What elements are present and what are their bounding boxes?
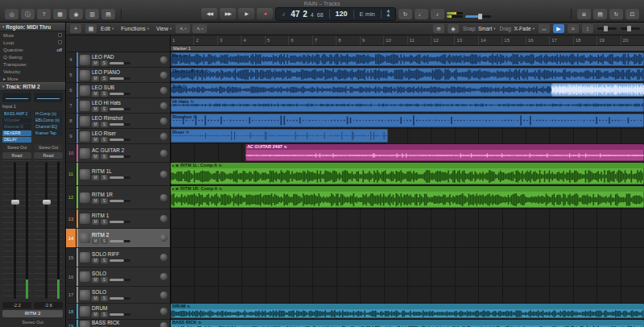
arrange-row[interactable]: ▸≣RITM 1L: Comp A↻	[171, 163, 644, 186]
mute-button[interactable]: M	[92, 60, 99, 66]
position-division[interactable]: 4	[311, 12, 314, 18]
fader-knob[interactable]	[43, 200, 51, 205]
region-param[interactable]: Quantize:off	[0, 46, 65, 53]
metronome-icon[interactable]: ♩	[415, 9, 428, 19]
vertical-zoom-icon[interactable]: ↕	[582, 24, 593, 33]
plugin-slot[interactable]: Channel EQ	[34, 124, 63, 130]
track-panel-icon[interactable]: ▦	[85, 24, 97, 33]
channel-name[interactable]: RITM 2	[2, 310, 63, 317]
solo-button[interactable]: S	[101, 198, 108, 204]
pan-knob[interactable]	[160, 234, 167, 242]
volume-slider[interactable]	[109, 77, 130, 80]
solo-button[interactable]: S	[101, 296, 108, 301]
mute-button[interactable]: M	[92, 296, 99, 301]
track-row[interactable]: 15SOLO RIFFMS	[66, 248, 170, 267]
command-click-tool[interactable]: ↖▾	[192, 24, 207, 33]
solo-button[interactable]: S	[101, 312, 108, 317]
volume-slider[interactable]	[109, 176, 130, 179]
track-row[interactable]: 17SOLOMS	[66, 287, 170, 304]
volume-slider[interactable]	[109, 155, 130, 158]
mute-button[interactable]: M	[92, 219, 99, 225]
mute-button[interactable]: M	[92, 154, 99, 159]
region[interactable]: Rimshot↻	[171, 114, 644, 127]
region-param[interactable]: Mute	[0, 31, 65, 39]
track-row[interactable]: 4LEO PADMS	[66, 52, 170, 68]
solo-button[interactable]: S	[101, 137, 108, 143]
plugin-slot[interactable]: BASS AMP 2	[2, 111, 31, 117]
output-slot[interactable]: Stereo Out	[34, 144, 63, 151]
solo-button[interactable]: S	[101, 76, 108, 81]
ruler-bar[interactable]: 10	[383, 35, 407, 45]
fader-knob[interactable]	[11, 200, 19, 205]
mute-button[interactable]: M	[92, 122, 99, 127]
solo-button[interactable]: S	[101, 60, 108, 66]
disclosure-icon[interactable]: ▸	[172, 186, 174, 192]
time-signature[interactable]: 4 4	[387, 10, 390, 19]
pan-knob[interactable]	[160, 292, 167, 299]
automation-mode-button[interactable]: Read	[34, 152, 63, 159]
plugin-slot[interactable]: EBLComp (s)	[34, 118, 63, 123]
arrange-row[interactable]: BASS RICK↻	[171, 320, 644, 327]
arrange-row[interactable]	[171, 209, 644, 229]
left-click-tool[interactable]: ↖▾	[175, 24, 190, 33]
param-value[interactable]: off	[56, 48, 62, 52]
smart-controls-icon[interactable]: ◉	[69, 9, 83, 19]
track-row[interactable]: 13RITM 1MS	[66, 209, 170, 229]
fader-value[interactable]: -2.2	[2, 302, 31, 308]
lcd-display[interactable]: ♪ 47 2 4 68 120 E min 4 4	[275, 7, 396, 21]
channel-fader[interactable]	[2, 160, 31, 300]
region[interactable]: Electric Piano↻	[171, 68, 644, 81]
pan-knob[interactable]	[160, 56, 167, 64]
tuner-icon[interactable]: ♪	[431, 9, 444, 19]
add-track-button[interactable]: +	[70, 24, 81, 33]
ruler-bar[interactable]: 20	[621, 35, 644, 45]
disclosure-icon[interactable]: ▸	[172, 163, 174, 168]
arrange-row[interactable]	[171, 229, 644, 248]
pan-knob[interactable]	[160, 72, 167, 79]
menu-functions[interactable]: Functions▾	[121, 26, 149, 31]
position-bar[interactable]: 47	[291, 10, 299, 19]
plugin-slot[interactable]: Kramer Tap	[34, 130, 63, 136]
track-row[interactable]: 7LEO Hi HatsMS	[66, 98, 170, 114]
region[interactable]: ▸≣RITM 1L: Comp A↻	[171, 163, 644, 184]
solo-button[interactable]: S	[101, 122, 108, 127]
volume-slider[interactable]	[109, 123, 130, 126]
track-row[interactable]: 10AC GUITAR 2MS	[66, 144, 170, 163]
solo-button[interactable]: S	[101, 91, 108, 97]
pan-knob[interactable]	[160, 87, 167, 94]
solo-button[interactable]: S	[101, 258, 108, 263]
region[interactable]: Pad↻	[171, 52, 644, 66]
volume-slider[interactable]	[109, 221, 130, 223]
solo-button[interactable]: S	[101, 106, 108, 112]
snap-dropdown[interactable]: Snap: Smart ▾	[463, 26, 496, 31]
ruler-bar[interactable]: 7	[312, 35, 336, 45]
pan-knob[interactable]	[160, 273, 167, 280]
mute-button[interactable]: M	[92, 175, 99, 180]
region[interactable]: AC GUITAR 2497↻	[246, 144, 644, 161]
region-param[interactable]: Transpose:	[0, 60, 65, 68]
ruler-bar[interactable]: 4	[241, 35, 264, 45]
flex-icon[interactable]: ≋	[433, 24, 444, 33]
inspector-icon[interactable]: ⓘ	[21, 9, 35, 19]
position-tick[interactable]: 68	[317, 12, 324, 18]
rewind-button[interactable]: ◀◀	[201, 8, 217, 19]
solo-button[interactable]: S	[101, 154, 108, 159]
volume-slider[interactable]	[109, 62, 130, 64]
region[interactable]	[551, 83, 644, 97]
pan-knob[interactable]	[160, 215, 167, 222]
zoom-h-icon[interactable]: ↔	[539, 24, 550, 33]
volume-slider[interactable]	[109, 279, 130, 281]
ruler-bar[interactable]: 2	[193, 35, 217, 45]
position-beat[interactable]: 2	[303, 10, 308, 19]
ruler-bar[interactable]: 1	[171, 35, 193, 45]
vertical-zoom-slider[interactable]	[621, 27, 640, 30]
automation-icon[interactable]: ◈	[448, 24, 459, 33]
region[interactable]: DRUM↻	[171, 304, 644, 318]
ruler-bar[interactable]: 3	[217, 35, 241, 45]
ruler-bar[interactable]: 12	[431, 35, 454, 45]
solo-button[interactable]: S	[101, 175, 108, 180]
master-volume-slider[interactable]	[465, 15, 491, 18]
toolbar-icon[interactable]: ▦	[53, 9, 67, 19]
more-disclosure[interactable]: ▸ More	[0, 75, 65, 82]
volume-slider[interactable]	[109, 313, 130, 316]
